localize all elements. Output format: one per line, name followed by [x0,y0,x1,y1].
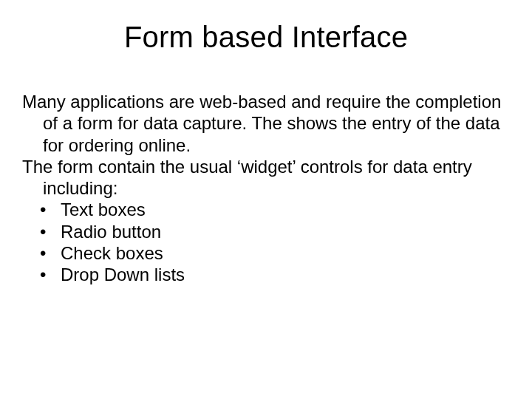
list-item: Radio button [22,221,510,242]
paragraph-1: Many applications are web-based and requ… [22,91,510,156]
list-item: Drop Down lists [22,264,510,285]
list-item: Text boxes [22,199,510,220]
list-item: Check boxes [22,242,510,264]
slide-body: Many applications are web-based and requ… [22,91,510,285]
paragraph-2: The form contain the usual ‘widget’ cont… [22,156,510,200]
slide-title: Form based Interface [22,21,510,54]
bullet-list: Text boxes Radio button Check boxes Drop… [22,199,510,285]
